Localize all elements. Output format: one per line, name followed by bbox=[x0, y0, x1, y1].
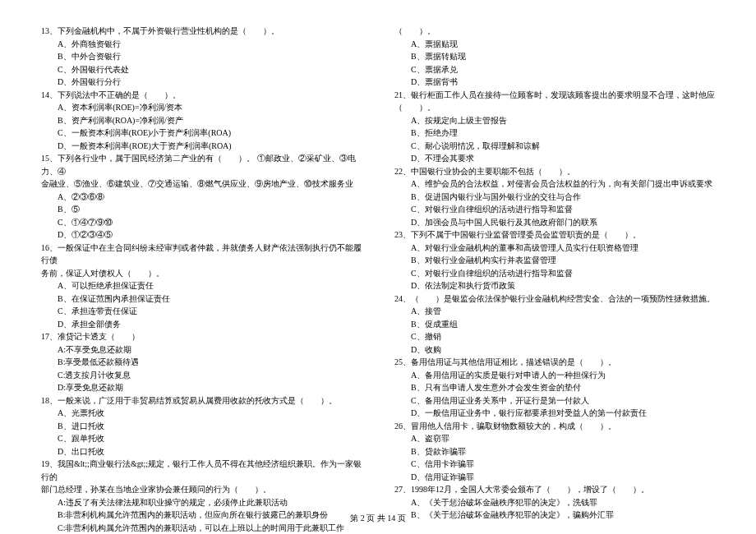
q13-opt-b: B、中外合资银行 bbox=[41, 50, 362, 63]
q15-opt-b: B、⑤ bbox=[41, 203, 362, 216]
q16-opt-a: A、可以拒绝承担保证责任 bbox=[41, 279, 362, 292]
q16-stem2: 务前，保证人对债权人（ ）。 bbox=[41, 267, 362, 280]
q17-opt-d: D:享受免息还款期 bbox=[41, 381, 362, 394]
q22-stem: 22、中国银行业协会的主要职能不包括（ ）。 bbox=[394, 165, 715, 178]
q19-stem1: 19、我国&lt;;商业银行法&gt;;规定，银行工作人员不得在其他经济组织兼职… bbox=[41, 458, 362, 483]
page-footer: 第 2 页 共 14 页 bbox=[0, 513, 756, 524]
q20-opt-c: C、票据承兑 bbox=[394, 63, 715, 76]
left-column: 13、下列金融机构中，不属于外资银行营业性机构的是（ ）。 A、外商独资银行 B… bbox=[41, 25, 362, 501]
right-column: （ ）。 A、票据贴现 B、票据转贴现 C、票据承兑 D、票据背书 21、银行柜… bbox=[394, 25, 715, 501]
q21-stem2: （ ）。 bbox=[394, 101, 715, 114]
q24-opt-a: A、接管 bbox=[394, 305, 715, 318]
q22-opt-a: A、维护会员的合法权益，对侵害会员合法权益的行为，向有关部门提出申诉或要求 bbox=[394, 177, 715, 191]
q18-opt-a: A、光票托收 bbox=[41, 407, 362, 420]
q22-opt-d: D、加强会员与中国人民银行及其他政府部门的联系 bbox=[394, 216, 715, 229]
q15-opt-c: C、①④⑦⑨⑩ bbox=[41, 216, 362, 229]
q15-stem2: 金融业、⑤渔业、⑥建筑业、⑦交通运输、⑧燃气供应业、⑨房地产业、⑩技术服务业 bbox=[41, 177, 362, 191]
q24-opt-b: B、促成重组 bbox=[394, 318, 715, 331]
q24-opt-d: D、收购 bbox=[394, 343, 715, 357]
q22-opt-c: C、对银行业自律组织的活动进行指导和监督 bbox=[394, 203, 715, 216]
q18-opt-b: B、进口托收 bbox=[41, 420, 362, 433]
q25-stem: 25、备用信用证与其他信用证相比，描述错误的是（ ）。 bbox=[394, 356, 715, 369]
q19-stem2: 部门总经理，孙某在当地企业家协会兼任顾问的行为（ ）。 bbox=[41, 483, 362, 496]
q18-opt-c: C、跟单托收 bbox=[41, 432, 362, 445]
q17-stem: 17、准贷记卡透支（ ） bbox=[41, 330, 362, 343]
q13-opt-d: D、外国银行分行 bbox=[41, 76, 362, 89]
q27-opt-a: A、《关于惩治破坏金融秩序犯罪的决定》，洗钱罪 bbox=[394, 496, 715, 509]
q20-opt-b: B、票据转贴现 bbox=[394, 50, 715, 63]
q26-opt-a: A、盗窃罪 bbox=[394, 432, 715, 445]
q25-opt-a: A、备用信用证的实质是银行对申请人的一种担保行为 bbox=[394, 369, 715, 382]
q21-opt-d: D、不理会其要求 bbox=[394, 152, 715, 165]
q18-opt-d: D、出口托收 bbox=[41, 445, 362, 458]
q23-opt-b: B、对银行业金融机构实行并表监督管理 bbox=[394, 254, 715, 267]
q26-opt-c: C、信用卡诈骗罪 bbox=[394, 458, 715, 471]
q15-opt-d: D、①②③④⑤ bbox=[41, 228, 362, 242]
q23-opt-d: D、依法制定和执行货币政策 bbox=[394, 279, 715, 292]
q13-stem: 13、下列金融机构中，不属于外资银行营业性机构的是（ ）。 bbox=[41, 25, 362, 38]
q19-opt-a: A:违反了有关法律法规和职业操守的规定，必须停止此兼职活动 bbox=[41, 496, 362, 509]
q14-opt-c: C、一般资本利润率(ROE)小于资产利润率(ROA) bbox=[41, 127, 362, 140]
q25-opt-c: C、备用信用证业务关系中，开证行是第一付款人 bbox=[394, 394, 715, 407]
q23-opt-a: A、对银行业金融机构的董事和高级管理人员实行任职资格管理 bbox=[394, 242, 715, 255]
q21-opt-b: B、拒绝办理 bbox=[394, 127, 715, 140]
q20-opt-d: D、票据背书 bbox=[394, 76, 715, 89]
q15-stem1: 15、下列各行业中，属于国民经济第二产业的有（ ）。 ①邮政业、②采矿业、③电力… bbox=[41, 152, 362, 177]
q21-stem1: 21、银行柜面工作人员在接待一位顾客时，发现该顾客提出的要求明显不合理，这时他应 bbox=[394, 89, 715, 102]
q14-opt-b: B、资产利润率(ROA)=净利润/资产 bbox=[41, 114, 362, 127]
q25-opt-b: B、只有当申请人发生意外才会发生资金的垫付 bbox=[394, 381, 715, 394]
q21-opt-c: C、耐心说明情况，取得理解和谅解 bbox=[394, 140, 715, 153]
q13-opt-c: C、外国银行代表处 bbox=[41, 63, 362, 76]
q14-opt-a: A、资本利润率(ROE)=净利润/资本 bbox=[41, 101, 362, 114]
q23-stem: 23、下列不属于中国银行业监督管理委员会监管职责的是（ ）。 bbox=[394, 228, 715, 242]
q23-opt-c: C、对银行业自律组织的活动进行指导和监督 bbox=[394, 267, 715, 280]
exam-page: 13、下列金融机构中，不属于外资银行营业性机构的是（ ）。 A、外商独资银行 B… bbox=[41, 25, 715, 501]
q13-opt-a: A、外商独资银行 bbox=[41, 38, 362, 51]
q16-opt-c: C、承担连带责任保证 bbox=[41, 305, 362, 318]
q24-opt-c: C、撤销 bbox=[394, 330, 715, 343]
q14-stem: 14、下列说法中不正确的是（ ）。 bbox=[41, 89, 362, 102]
q16-stem1: 16、一般保证中在主合同纠纷未经审判或者仲裁，并就债务人财产依法强制执行仍不能履… bbox=[41, 242, 362, 267]
q18-stem: 18、一般来说，广泛用于非贸易结算或贸易从属费用收款的托收方式是（ ）。 bbox=[41, 394, 362, 407]
q14-opt-d: D、一般资本利润率(ROE)大于资产利润率(ROA) bbox=[41, 140, 362, 153]
q26-opt-b: B、贷款诈骗罪 bbox=[394, 445, 715, 458]
q20-stem-right: （ ）。 bbox=[394, 25, 715, 38]
q26-stem: 26、冒用他人信用卡，骗取财物数额较大的，构成（ ）。 bbox=[394, 420, 715, 433]
q16-opt-d: D、承担全部债务 bbox=[41, 318, 362, 331]
q17-opt-c: C:透支按月计收复息 bbox=[41, 369, 362, 382]
q16-opt-b: B、在保证范围内承担保证责任 bbox=[41, 292, 362, 306]
q26-opt-d: D、信用证诈骗罪 bbox=[394, 471, 715, 484]
q25-opt-d: D、一般信用证业务中，银行应都要承担对受益人的第一付款责任 bbox=[394, 407, 715, 420]
q27-stem: 27、1998年12月，全国人大常委会颁布了（ ），增设了（ ）。 bbox=[394, 483, 715, 496]
q21-opt-a: A、按规定向上级主管报告 bbox=[394, 114, 715, 127]
q17-opt-b: B:享受最低还款额待遇 bbox=[41, 356, 362, 369]
q17-opt-a: A:不享受免息还款期 bbox=[41, 343, 362, 357]
q22-opt-b: B、促进国内银行业与国外银行业的交往与合作 bbox=[394, 191, 715, 204]
q24-stem: 24、（ ）是银监会依法保护银行业金融机构经营安全、合法的一项预防性拯救措施。 bbox=[394, 292, 715, 306]
q20-opt-a: A、票据贴现 bbox=[394, 38, 715, 51]
q15-opt-a: A、②③⑥⑧ bbox=[41, 191, 362, 204]
